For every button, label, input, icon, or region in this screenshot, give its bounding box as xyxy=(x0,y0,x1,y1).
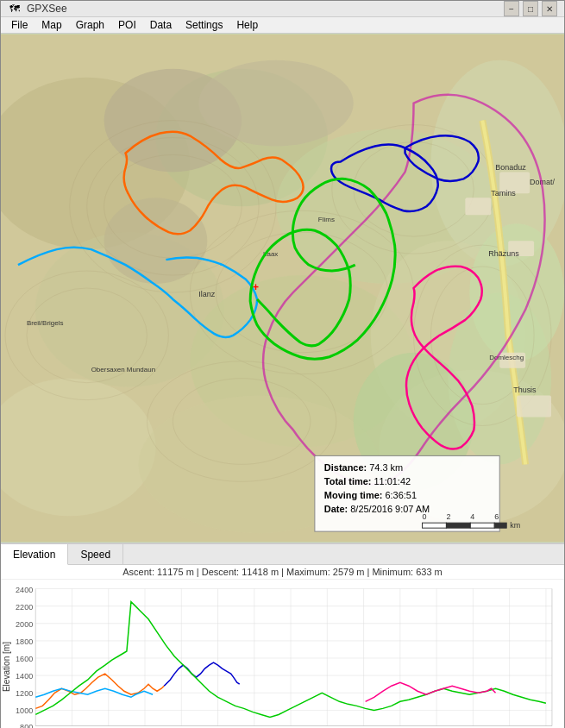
menubar: File Map Graph POI Data Settings Help xyxy=(1,17,564,34)
svg-text:Breil/Brigels: Breil/Brigels xyxy=(27,319,64,327)
app-icon: 🗺 xyxy=(8,2,22,16)
svg-text:Elevation [m]: Elevation [m] xyxy=(2,642,11,692)
main-window: 🗺 GPXSee − □ ✕ File Map Graph POI Data S… xyxy=(0,0,565,728)
close-button[interactable]: ✕ xyxy=(542,1,557,16)
svg-text:Tamins: Tamins xyxy=(491,189,516,198)
menu-graph[interactable]: Graph xyxy=(69,17,111,33)
menu-poi[interactable]: POI xyxy=(111,17,143,33)
graph-content: Elevation [m] xyxy=(1,580,564,728)
svg-text:Obersaxen Mundaun: Obersaxen Mundaun xyxy=(91,366,155,373)
svg-rect-30 xyxy=(465,198,491,215)
svg-text:Moving time:  6:36:51: Moving time: 6:36:51 xyxy=(324,490,417,500)
svg-text:1400: 1400 xyxy=(16,672,33,681)
maximize-button[interactable]: □ xyxy=(523,1,538,16)
svg-point-15 xyxy=(198,60,353,147)
svg-text:2400: 2400 xyxy=(16,586,33,594)
window-controls: − □ ✕ xyxy=(504,1,557,16)
map-canvas: Tamins Bonaduz Rhäzuns Domleschg Thusis … xyxy=(1,34,564,543)
menu-map[interactable]: Map xyxy=(35,17,68,33)
svg-text:2200: 2200 xyxy=(16,603,33,612)
svg-rect-56 xyxy=(423,523,447,528)
svg-text:0: 0 xyxy=(423,512,427,521)
graph-tabs: Elevation Speed xyxy=(1,544,564,565)
graph-panel: Elevation Speed Ascent: 11175 m | Descen… xyxy=(1,543,564,728)
svg-text:Rhäzuns: Rhäzuns xyxy=(488,249,519,258)
tab-speed[interactable]: Speed xyxy=(68,544,123,564)
graph-stats: Ascent: 11175 m | Descent: 11418 m | Max… xyxy=(1,565,564,580)
svg-text:1600: 1600 xyxy=(16,655,33,663)
svg-text:km: km xyxy=(510,521,520,530)
tab-elevation[interactable]: Elevation xyxy=(1,544,68,565)
svg-text:1000: 1000 xyxy=(16,706,33,715)
svg-rect-58 xyxy=(470,523,494,528)
svg-text:1200: 1200 xyxy=(16,689,33,698)
svg-text:Date:  8/25/2016 9:07 AM: Date: 8/25/2016 9:07 AM xyxy=(324,504,430,514)
svg-text:Thusis: Thusis xyxy=(513,386,537,394)
svg-text:2: 2 xyxy=(446,512,450,521)
minimize-button[interactable]: − xyxy=(504,1,519,16)
menu-file[interactable]: File xyxy=(4,17,35,33)
svg-rect-59 xyxy=(494,523,506,528)
svg-text:6: 6 xyxy=(494,512,499,521)
svg-text:Flims: Flims xyxy=(318,216,335,223)
svg-point-16 xyxy=(104,198,208,284)
svg-text:4: 4 xyxy=(470,512,474,521)
menu-settings[interactable]: Settings xyxy=(179,17,229,33)
window-title: GPXSee xyxy=(27,3,504,15)
svg-text:+: + xyxy=(253,281,259,293)
svg-text:800: 800 xyxy=(20,723,33,728)
svg-text:Distance:  74.3 km: Distance: 74.3 km xyxy=(324,462,403,473)
menu-data[interactable]: Data xyxy=(143,17,179,33)
svg-text:2000: 2000 xyxy=(16,620,33,629)
svg-text:Bonaduz: Bonaduz xyxy=(495,163,526,172)
svg-rect-57 xyxy=(446,523,470,528)
svg-rect-34 xyxy=(517,396,551,417)
titlebar: 🗺 GPXSee − □ ✕ xyxy=(1,1,564,17)
map-area[interactable]: Tamins Bonaduz Rhäzuns Domleschg Thusis … xyxy=(1,34,564,543)
svg-text:1800: 1800 xyxy=(16,637,33,646)
menu-help[interactable]: Help xyxy=(229,17,265,33)
svg-text:Ilanz: Ilanz xyxy=(198,290,215,298)
svg-text:Total time:  11:01:42: Total time: 11:01:42 xyxy=(324,476,411,486)
